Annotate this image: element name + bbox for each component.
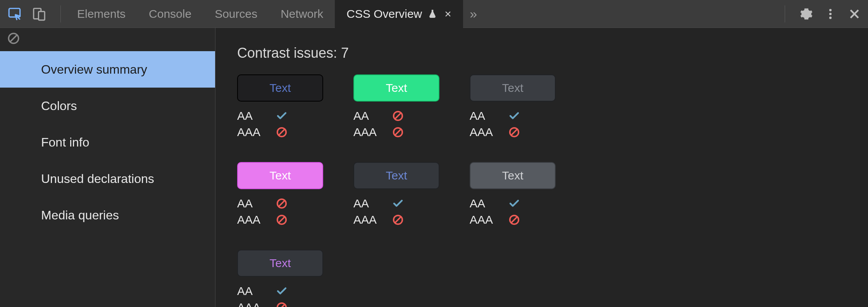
rating-label: AAA	[470, 126, 508, 139]
contrast-swatch[interactable]: Text	[237, 162, 323, 189]
contrast-ratings: AA AAA	[353, 195, 439, 228]
devtools-tabbar: Elements Console Sources Network CSS Ove…	[0, 0, 868, 28]
separator	[60, 5, 61, 22]
rating-row-aaa: AAA	[237, 124, 323, 140]
contrast-swatch[interactable]: Text	[237, 74, 323, 102]
rating-label: AA	[470, 197, 508, 210]
rating-row-aaa: AAA	[237, 212, 323, 228]
contrast-swatch[interactable]: Text	[237, 250, 323, 277]
sidebar-item-font-info[interactable]: Font info	[0, 124, 215, 160]
svg-point-3	[829, 9, 832, 11]
contrast-swatch-block: TextAA AAA	[237, 162, 323, 228]
experimental-flask-icon	[427, 9, 437, 19]
rating-label: AAA	[353, 213, 392, 226]
rating-row-aa: AA	[237, 195, 323, 212]
sidebar-item-label: Media queries	[41, 208, 119, 222]
rating-row-aaa: AAA	[353, 212, 439, 228]
sidebar-item-media-queries[interactable]: Media queries	[0, 197, 215, 233]
rating-label: AAA	[237, 301, 276, 307]
contrast-swatch-block: TextAA AAA	[470, 162, 556, 228]
sidebar-item-colors[interactable]: Colors	[0, 88, 215, 124]
contrast-ratings: AA AAA	[470, 108, 556, 140]
rating-label: AAA	[237, 213, 276, 226]
tab-label: Console	[149, 7, 191, 21]
close-devtools-icon[interactable]	[847, 7, 862, 21]
check-icon	[392, 198, 404, 209]
contrast-swatch[interactable]: Text	[353, 74, 439, 102]
sidebar-item-label: Unused declarations	[41, 172, 154, 186]
rating-row-aa: AA	[470, 195, 556, 212]
tab-label: CSS Overview	[346, 7, 422, 21]
contrast-ratings: AA AAA	[353, 108, 439, 140]
rating-label: AA	[353, 197, 392, 210]
sidebar-items: Overview summary Colors Font info Unused…	[0, 51, 215, 233]
sidebar-item-label: Font info	[41, 135, 90, 150]
contrast-swatch-block: TextAA AAA	[353, 162, 439, 228]
contrast-ratings: AA AAA	[470, 195, 556, 228]
rating-row-aaa: AAA	[470, 124, 556, 140]
rating-row-aaa: AAA	[237, 299, 323, 307]
contrast-swatch[interactable]: Text	[470, 162, 556, 189]
separator	[785, 5, 785, 22]
rating-row-aa: AA	[237, 283, 323, 299]
rating-label: AAA	[470, 213, 508, 226]
rating-row-aa: AA	[353, 195, 439, 212]
tab-css-overview[interactable]: CSS Overview ×	[335, 0, 463, 28]
check-icon	[508, 198, 520, 209]
tab-label: Elements	[77, 7, 126, 21]
svg-rect-2	[38, 11, 45, 20]
rating-label: AAA	[353, 126, 392, 139]
contrast-swatch[interactable]: Text	[353, 162, 439, 189]
fail-icon	[392, 126, 404, 138]
sidebar-item-overview-summary[interactable]: Overview summary	[0, 51, 215, 88]
tab-console[interactable]: Console	[137, 0, 203, 28]
rating-row-aa: AA	[353, 108, 439, 124]
fail-icon	[508, 214, 520, 226]
rating-row-aa: AA	[470, 108, 556, 124]
tab-label: Sources	[215, 7, 257, 21]
svg-point-4	[829, 12, 832, 15]
css-overview-main: Contrast issues: 7 TextAA AAA TextAA AAA…	[215, 28, 868, 307]
contrast-swatch[interactable]: Text	[470, 74, 556, 102]
inspect-element-icon[interactable]	[8, 7, 22, 21]
rating-label: AA	[237, 109, 276, 122]
tab-elements[interactable]: Elements	[65, 0, 137, 28]
tabs-overflow-button[interactable]: »	[463, 6, 484, 21]
contrast-swatch-block: TextAA AAA	[237, 74, 323, 140]
contrast-issues-heading: Contrast issues: 7	[237, 45, 846, 61]
contrast-swatch-block: TextAA AAA	[237, 250, 323, 307]
tab-network[interactable]: Network	[269, 0, 335, 28]
sidebar-item-label: Overview summary	[41, 62, 147, 77]
close-tab-icon[interactable]: ×	[444, 8, 451, 20]
rating-label: AA	[237, 197, 276, 210]
sidebar-item-unused-declarations[interactable]: Unused declarations	[0, 160, 215, 197]
contrast-ratings: AA AAA	[237, 283, 323, 307]
contrast-swatch-block: TextAA AAA	[470, 74, 556, 140]
fail-icon	[276, 214, 288, 226]
tab-sources[interactable]: Sources	[203, 0, 269, 28]
rating-label: AA	[470, 109, 508, 122]
contrast-ratings: AA AAA	[237, 108, 323, 140]
tabbar-left-tools	[8, 5, 65, 22]
fail-icon	[276, 126, 288, 138]
fail-icon	[276, 302, 288, 307]
rating-label: AA	[237, 285, 276, 298]
kebab-menu-icon[interactable]	[823, 7, 838, 21]
rating-label: AA	[353, 109, 392, 122]
toggle-device-icon[interactable]	[32, 7, 46, 21]
check-icon	[508, 110, 520, 122]
settings-gear-icon[interactable]	[799, 7, 814, 21]
fail-icon	[392, 214, 404, 226]
rating-row-aa: AA	[237, 108, 323, 124]
fail-icon	[276, 198, 288, 209]
check-icon	[276, 285, 288, 297]
rating-row-aaa: AAA	[470, 212, 556, 228]
contrast-ratings: AA AAA	[237, 195, 323, 228]
panel-body: Overview summary Colors Font info Unused…	[0, 28, 868, 307]
rating-row-aaa: AAA	[353, 124, 439, 140]
panel-tabs: Elements Console Sources Network CSS Ove…	[65, 0, 463, 28]
tab-label: Network	[281, 7, 323, 21]
contrast-swatch-grid: TextAA AAA TextAA AAA TextAA AAA TextAA …	[237, 74, 663, 307]
rating-label: AAA	[237, 126, 276, 139]
clear-overview-icon[interactable]	[7, 32, 20, 48]
